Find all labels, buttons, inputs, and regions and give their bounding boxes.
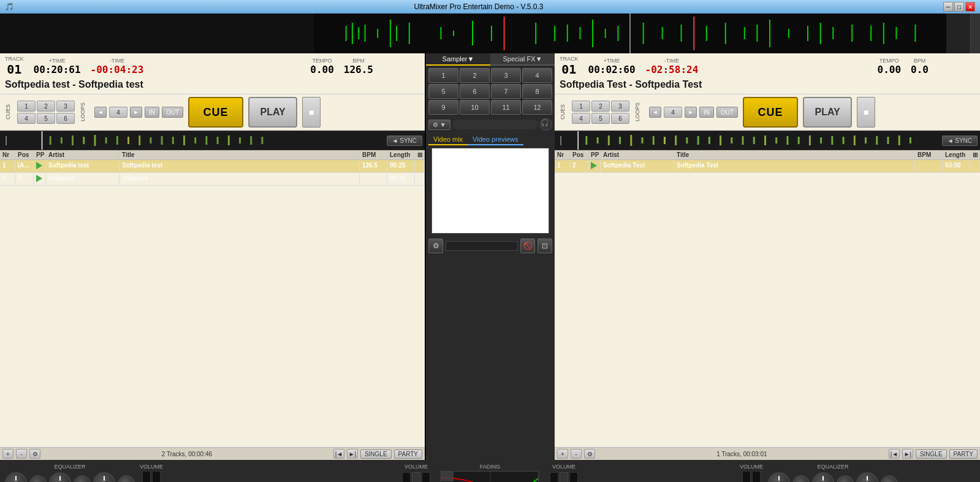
right-pl-next[interactable]: ►| xyxy=(902,449,913,459)
right-sync-button[interactable]: ◄ SYNC xyxy=(942,136,978,146)
video-progress-bar[interactable] xyxy=(446,241,518,251)
left-playlist-row-1[interactable]: 1 (A... Softpedia test Softpedia test 12… xyxy=(0,160,425,173)
left-pl-prev[interactable]: |◄ xyxy=(333,449,344,459)
special-fx-tab[interactable]: Special FX▼ xyxy=(490,53,555,66)
left-cue-main-button[interactable]: CUE xyxy=(188,97,243,128)
left-waveform-row: | xyxy=(0,131,425,150)
left-party-mode[interactable]: PARTY xyxy=(394,449,422,459)
close-button[interactable]: ✕ xyxy=(965,2,975,12)
svg-rect-79 xyxy=(720,136,721,145)
left-pl-remove[interactable]: - xyxy=(16,449,27,459)
left-playlist-row-2[interactable]: 2 3 Softpedia Softpedia 00:20 xyxy=(0,173,425,186)
left-k1-knob[interactable] xyxy=(29,475,47,483)
left-mid-knob[interactable] xyxy=(49,472,71,482)
sampler-btn-6[interactable]: 6 xyxy=(460,84,490,99)
left-cue-btn-3[interactable]: 3 xyxy=(56,101,75,112)
right-track-counter: TRACK 01 xyxy=(560,56,579,77)
sampler-settings-btn[interactable]: ⚙ ▼ xyxy=(428,120,450,130)
right-pl-remove[interactable]: - xyxy=(571,449,582,459)
video-tabs: Video mix Video previews xyxy=(426,132,555,145)
sampler-headphone[interactable]: 🎧 xyxy=(540,118,552,131)
svg-rect-90 xyxy=(843,137,845,144)
fading-box[interactable]: 4.0s xyxy=(441,471,539,482)
left-low-knob[interactable] xyxy=(93,472,115,482)
video-preview-tab[interactable]: Video previews xyxy=(468,134,523,145)
left-cue-play-row: CUES 1 2 3 4 5 6 LOOPS ◄ 4 ► IN OUT xyxy=(0,94,425,131)
right-waveform-row: | xyxy=(555,131,980,150)
right-k2-knob[interactable] xyxy=(837,475,854,483)
left-pl-add[interactable]: + xyxy=(2,449,13,459)
svg-rect-74 xyxy=(664,137,666,144)
sampler-btn-7[interactable]: 7 xyxy=(491,84,521,99)
left-cue-btn-2[interactable]: 2 xyxy=(37,101,55,112)
right-loop-out[interactable]: OUT xyxy=(716,107,738,118)
sampler-btn-9[interactable]: 9 xyxy=(428,100,458,115)
fading-section: FADING 4.0s xyxy=(435,464,545,482)
sampler-btn-5[interactable]: 5 xyxy=(428,84,458,99)
right-cue-btn-6[interactable]: 6 xyxy=(611,113,629,124)
left-loop-out[interactable]: OUT xyxy=(162,107,183,118)
sampler-btn-3[interactable]: 3 xyxy=(491,68,521,83)
left-sync-button[interactable]: ◄ SYNC xyxy=(387,136,422,146)
right-vol-bar-l xyxy=(742,471,751,482)
right-pl-gear[interactable]: ⚙ xyxy=(584,449,595,459)
sampler-btn-10[interactable]: 10 xyxy=(460,100,490,115)
video-settings-btn[interactable]: ⚙ xyxy=(428,239,443,253)
left-cue-btn-4[interactable]: 4 xyxy=(17,113,36,124)
left-loop-next[interactable]: ► xyxy=(130,107,142,118)
right-playlist-row-1[interactable]: 1 2 Softpedia Test Softpedia Test 03:00 xyxy=(555,160,980,173)
right-high-knob[interactable] xyxy=(768,472,790,482)
left-loop-4[interactable]: 4 xyxy=(109,107,127,118)
left-cue-btn-6[interactable]: 6 xyxy=(56,113,75,124)
left-loop-prev[interactable]: ◄ xyxy=(94,107,107,118)
right-loop-in[interactable]: IN xyxy=(699,107,714,118)
left-pl-gear[interactable]: ⚙ xyxy=(29,449,40,459)
left-cue-btn-5[interactable]: 5 xyxy=(37,113,55,124)
left-k1-group: K xyxy=(29,475,47,483)
sampler-btn-12[interactable]: 12 xyxy=(522,100,552,115)
right-low-knob[interactable] xyxy=(856,472,878,482)
right-cue-btn-1[interactable]: 1 xyxy=(572,101,590,112)
right-cue-btn-3[interactable]: 3 xyxy=(611,101,629,112)
svg-rect-58 xyxy=(194,137,196,143)
right-pl-prev[interactable]: |◄ xyxy=(889,449,900,459)
video-mix-tab[interactable]: Video mix xyxy=(428,134,468,145)
right-k3-knob[interactable] xyxy=(881,475,898,483)
left-cue-btn-1[interactable]: 1 xyxy=(17,101,36,112)
center-vol-slider[interactable] xyxy=(412,472,420,482)
maximize-button[interactable]: □ xyxy=(954,2,964,12)
left-k3-knob[interactable] xyxy=(118,475,135,483)
video-mute-btn[interactable]: 🚫 xyxy=(520,239,535,253)
right-loop-next[interactable]: ► xyxy=(685,107,697,118)
sampler-btn-11[interactable]: 11 xyxy=(491,100,521,115)
right-pl-add[interactable]: + xyxy=(557,449,568,459)
minimize-button[interactable]: ─ xyxy=(943,2,953,12)
right-single-mode[interactable]: SINGLE xyxy=(916,449,947,459)
sampler-btn-8[interactable]: 8 xyxy=(522,84,552,99)
right-loop-4[interactable]: 4 xyxy=(664,107,682,118)
left-stop-button[interactable]: ■ xyxy=(302,97,321,128)
right-cue-btn-5[interactable]: 5 xyxy=(591,113,610,124)
left-k2-knob[interactable] xyxy=(74,475,91,483)
left-single-mode[interactable]: SINGLE xyxy=(360,449,392,459)
right-cue-main-button[interactable]: CUE xyxy=(743,97,798,128)
right-party-mode[interactable]: PARTY xyxy=(949,449,978,459)
right-k1-knob[interactable] xyxy=(792,475,810,483)
right-play-button[interactable]: PLAY xyxy=(803,97,852,128)
sampler-btn-2[interactable]: 2 xyxy=(460,68,490,83)
video-expand-btn[interactable]: ⊡ xyxy=(537,239,552,253)
right-stop-button[interactable]: ■ xyxy=(857,97,875,128)
sampler-btn-4[interactable]: 4 xyxy=(522,68,552,83)
left-high-knob[interactable] xyxy=(5,472,27,482)
right-equalizer: EQUALIZER HIGH K MID xyxy=(768,464,898,482)
right-mid-knob[interactable] xyxy=(812,472,834,482)
right-cue-btn-2[interactable]: 2 xyxy=(591,101,610,112)
sampler-btn-1[interactable]: 1 xyxy=(428,68,458,83)
center-vol-slider-r[interactable] xyxy=(560,472,568,482)
left-loop-in[interactable]: IN xyxy=(145,107,159,118)
sampler-tab[interactable]: Sampler▼ xyxy=(426,53,490,66)
left-play-button[interactable]: PLAY xyxy=(248,97,297,128)
right-cue-btn-4[interactable]: 4 xyxy=(572,113,590,124)
left-pl-next[interactable]: ►| xyxy=(347,449,358,459)
right-loop-prev[interactable]: ◄ xyxy=(649,107,661,118)
